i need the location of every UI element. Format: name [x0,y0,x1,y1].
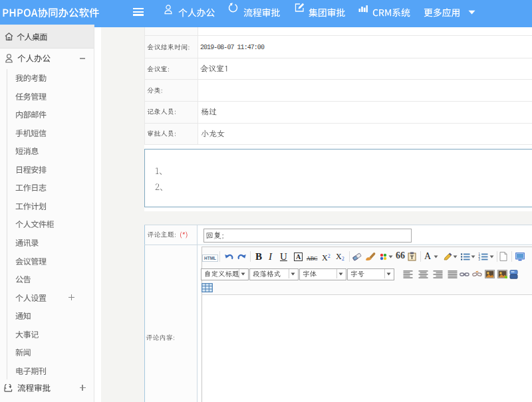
svg-text:3: 3 [478,257,480,261]
